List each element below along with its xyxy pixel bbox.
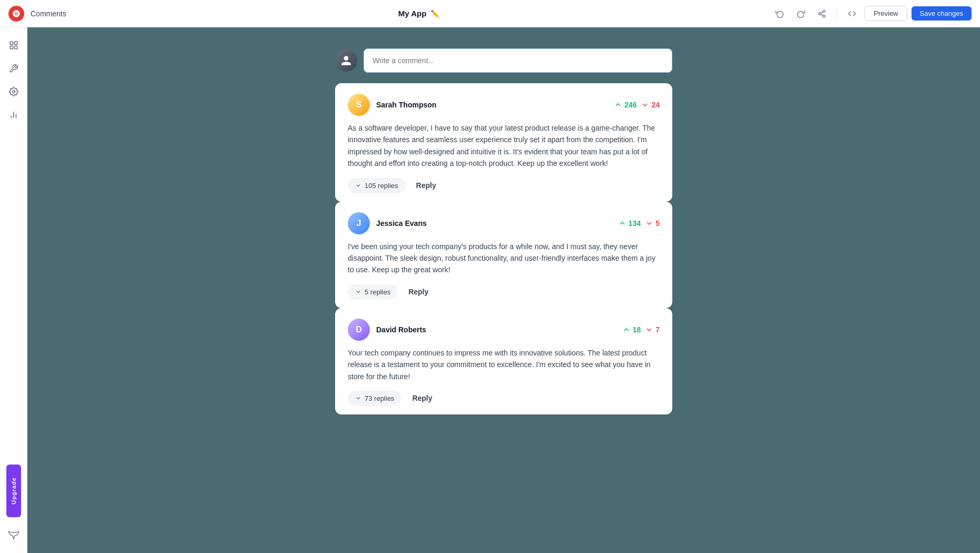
comment-author: David Roberts [376, 325, 426, 334]
section-title: Comments [31, 9, 66, 18]
vote-area: 18 7 [622, 325, 660, 334]
upgrade-button[interactable]: Upgrade [6, 465, 21, 517]
topbar: Comments My App ✏️ Preview Save changes [0, 0, 980, 27]
replies-button[interactable]: 105 replies [348, 178, 406, 193]
comments-container: S Sarah Thompson 246 24 As a software de… [335, 48, 672, 414]
topbar-divider [837, 7, 837, 20]
downvote-button[interactable]: 5 [645, 219, 660, 228]
upvote-button[interactable]: 134 [618, 219, 641, 228]
vote-area: 246 24 [614, 101, 660, 109]
edit-icon[interactable]: ✏️ [430, 9, 439, 18]
comment-text: I've been using your tech company's prod… [348, 241, 660, 276]
upvote-button[interactable]: 18 [622, 325, 641, 334]
upvote-count: 134 [629, 219, 641, 228]
upgrade-label: Upgrade [11, 477, 17, 505]
sidebar-item-dashboard[interactable] [4, 36, 23, 55]
svg-line-3 [821, 14, 824, 16]
comment-header: D David Roberts 18 7 [348, 319, 660, 341]
downvote-count: 24 [651, 101, 660, 109]
sidebar-item-settings[interactable] [4, 82, 23, 101]
redo-button[interactable] [792, 5, 809, 22]
upvote-count: 246 [624, 101, 636, 109]
comment-header: S Sarah Thompson 246 24 [348, 94, 660, 116]
app-logo[interactable] [8, 6, 24, 22]
main-layout: Upgrade S Sarah Thomps [0, 27, 980, 553]
comment-meta: Sarah Thompson [376, 100, 607, 110]
vote-area: 134 5 [618, 219, 660, 228]
svg-rect-6 [14, 42, 17, 44]
comment-card: J Jessica Evans 134 5 I've been using yo… [335, 202, 672, 308]
undo-button[interactable] [771, 5, 788, 22]
svg-rect-8 [10, 46, 13, 49]
replies-button[interactable]: 5 replies [348, 284, 398, 300]
write-comment-input[interactable] [364, 48, 672, 73]
topbar-center: My App ✏️ [73, 9, 766, 18]
comment-card: D David Roberts 18 7 Your tech company c… [335, 308, 672, 414]
downvote-count: 5 [655, 219, 660, 228]
comment-header: J Jessica Evans 134 5 [348, 212, 660, 234]
upvote-count: 18 [633, 325, 641, 334]
comment-text: As a software developer, I have to say t… [348, 122, 660, 170]
comment-actions: 105 replies Reply [348, 178, 660, 193]
comment-text: Your tech company continues to impress m… [348, 347, 660, 382]
topbar-actions: Preview Save changes [771, 5, 972, 22]
reply-button[interactable]: Reply [408, 391, 436, 406]
svg-line-4 [821, 12, 824, 13]
reply-button[interactable]: Reply [412, 178, 440, 193]
downvote-button[interactable]: 24 [641, 101, 660, 109]
comment-avatar: J [348, 212, 370, 234]
comments-list: S Sarah Thompson 246 24 As a software de… [335, 83, 672, 414]
comment-author: Sarah Thompson [376, 101, 436, 109]
sidebar-bottom-icon[interactable] [4, 526, 23, 545]
write-comment-row [335, 48, 672, 73]
preview-button[interactable]: Preview [865, 6, 907, 21]
comment-meta: Jessica Evans [376, 219, 612, 228]
downvote-count: 7 [655, 325, 660, 334]
svg-rect-7 [14, 46, 17, 49]
comment-actions: 5 replies Reply [348, 284, 660, 300]
comment-actions: 73 replies Reply [348, 391, 660, 406]
comment-avatar: S [348, 94, 370, 116]
reply-button[interactable]: Reply [404, 284, 433, 299]
current-user-avatar [335, 50, 357, 72]
svg-rect-5 [10, 42, 13, 44]
comment-avatar: D [348, 319, 370, 341]
replies-button[interactable]: 73 replies [348, 391, 401, 406]
svg-point-9 [12, 91, 15, 93]
app-name: My App [398, 9, 427, 18]
sidebar: Upgrade [0, 27, 27, 553]
sidebar-item-tools[interactable] [4, 59, 23, 78]
comment-card: S Sarah Thompson 246 24 As a software de… [335, 83, 672, 202]
content-area: S Sarah Thompson 246 24 As a software de… [27, 27, 980, 553]
share-button[interactable] [814, 5, 830, 22]
comment-meta: David Roberts [376, 325, 616, 334]
sidebar-item-analytics[interactable] [4, 105, 23, 124]
downvote-button[interactable]: 7 [645, 325, 660, 334]
comment-author: Jessica Evans [376, 219, 427, 228]
save-button[interactable]: Save changes [912, 6, 972, 21]
code-button[interactable] [844, 5, 860, 22]
upvote-button[interactable]: 246 [614, 101, 636, 109]
